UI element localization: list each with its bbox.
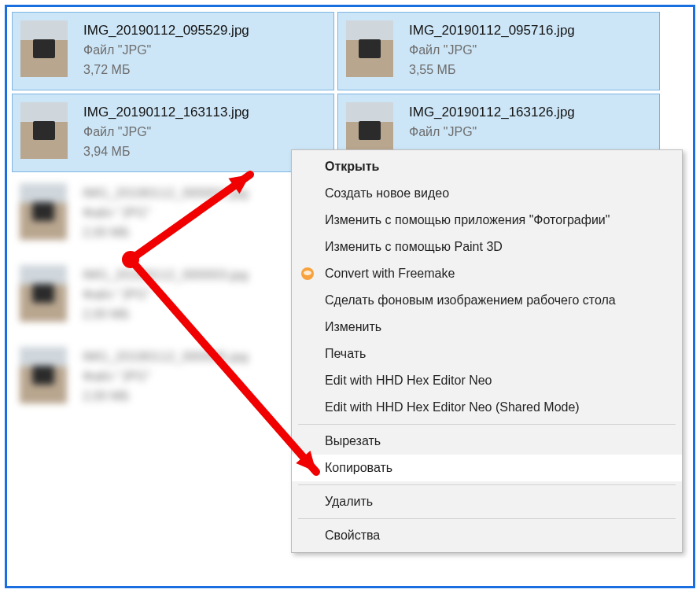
menu-item-label: Свойства: [325, 529, 380, 543]
menu-item[interactable]: Изменить с помощью приложения "Фотографи…: [292, 207, 682, 234]
context-menu: ОткрытьСоздать новое видеоИзменить с пом…: [291, 149, 683, 553]
menu-item-label: Изменить с помощью приложения "Фотографи…: [325, 213, 610, 227]
menu-item[interactable]: Свойства: [292, 522, 682, 549]
file-meta: IMG_20190112_163126.jpgФайл "JPG": [409, 102, 575, 142]
file-size: 2,00 МБ: [83, 305, 249, 325]
menu-item[interactable]: Edit with HHD Hex Editor Neo (Shared Mod…: [292, 394, 682, 421]
file-type: Файл "JPG": [83, 204, 249, 223]
file-type: Файл "JPG": [83, 367, 249, 387]
file-item[interactable]: IMG_20190112_000003.jpgФайл "JPG"2,00 МБ: [12, 257, 334, 336]
menu-item-label: Изменить: [325, 320, 381, 334]
file-meta: IMG_20190112_000003.jpgФайл "JPG"2,00 МБ: [83, 265, 249, 325]
menu-separator: [298, 518, 676, 519]
file-meta: IMG_20190112_095529.jpgФайл "JPG"3,72 МБ: [83, 20, 249, 80]
file-thumbnail: [20, 20, 68, 77]
file-name: IMG_20190112_095716.jpg: [409, 20, 575, 41]
file-name: IMG_20190112_000005.jpg: [83, 347, 249, 367]
file-thumbnail: [20, 183, 67, 240]
menu-separator: [298, 484, 676, 485]
menu-item[interactable]: Изменить: [292, 314, 682, 341]
menu-item[interactable]: Edit with HHD Hex Editor Neo: [292, 367, 682, 394]
file-size: 2,00 МБ: [83, 223, 249, 243]
file-size: 3,55 МБ: [409, 61, 575, 80]
menu-item-label: Сделать фоновым изображением рабочего ст…: [325, 293, 616, 308]
file-meta: IMG_20190112_000001.jpgФайл "JPG"2,00 МБ: [83, 183, 249, 243]
menu-item[interactable]: Вырезать: [292, 428, 682, 455]
file-type: Файл "JPG": [83, 285, 249, 305]
file-meta: IMG_20190112_163113.jpgФайл "JPG"3,94 МБ: [83, 102, 249, 162]
menu-item-label: Edit with HHD Hex Editor Neo (Shared Mod…: [325, 400, 580, 414]
menu-item-label: Удалить: [325, 495, 373, 509]
file-thumbnail: [346, 20, 393, 77]
file-thumbnail: [20, 102, 68, 159]
menu-item-label: Открыть: [325, 160, 379, 174]
file-item[interactable]: IMG_20190112_163113.jpgФайл "JPG"3,94 МБ: [12, 94, 334, 172]
menu-item-label: Изменить с помощью Paint 3D: [325, 240, 503, 254]
menu-item[interactable]: Создать новое видео: [292, 180, 682, 207]
menu-item[interactable]: Изменить с помощью Paint 3D: [292, 234, 682, 260]
file-item[interactable]: IMG_20190112_000005.jpgФайл "JPG"2,00 МБ: [12, 339, 334, 418]
file-type: Файл "JPG": [83, 123, 249, 142]
file-item[interactable]: IMG_20190112_095716.jpgФайл "JPG"3,55 МБ: [337, 12, 660, 90]
file-thumbnail: [20, 265, 67, 322]
file-size: 3,72 МБ: [83, 61, 249, 80]
file-meta: IMG_20190112_095716.jpgФайл "JPG"3,55 МБ: [409, 20, 575, 80]
file-size: 3,94 МБ: [83, 142, 249, 162]
file-size: 2,00 МБ: [83, 387, 249, 407]
file-name: IMG_20190112_000001.jpg: [83, 183, 249, 204]
menu-item[interactable]: Копировать: [292, 455, 682, 481]
file-name: IMG_20190112_095529.jpg: [83, 20, 249, 41]
file-meta: IMG_20190112_000005.jpgФайл "JPG"2,00 МБ: [83, 347, 249, 407]
menu-item-label: Печать: [325, 347, 366, 361]
menu-separator: [298, 424, 676, 425]
file-item[interactable]: IMG_20190112_000001.jpgФайл "JPG"2,00 МБ: [12, 175, 334, 254]
file-type: Файл "JPG": [409, 41, 575, 61]
file-name: IMG_20190112_000003.jpg: [83, 265, 249, 285]
menu-item-label: Копировать: [325, 461, 392, 475]
file-item[interactable]: IMG_20190112_095529.jpgФайл "JPG"3,72 МБ: [12, 12, 334, 90]
menu-item[interactable]: Сделать фоновым изображением рабочего ст…: [292, 287, 682, 314]
menu-item[interactable]: Удалить: [292, 488, 682, 515]
menu-item-label: Создать новое видео: [325, 186, 449, 201]
file-name: IMG_20190112_163113.jpg: [83, 102, 249, 123]
freemake-icon: [300, 266, 315, 282]
file-type: Файл "JPG": [83, 41, 249, 61]
file-type: Файл "JPG": [409, 123, 575, 142]
menu-item-label: Convert with Freemake: [325, 267, 455, 281]
menu-item[interactable]: Печать: [292, 341, 682, 367]
menu-item-label: Вырезать: [325, 434, 381, 448]
file-thumbnail: [20, 347, 67, 403]
menu-item[interactable]: Convert with Freemake: [292, 260, 682, 287]
svg-point-1: [304, 271, 311, 275]
menu-item[interactable]: Открыть: [292, 153, 682, 180]
menu-item-label: Edit with HHD Hex Editor Neo: [325, 374, 492, 388]
file-name: IMG_20190112_163126.jpg: [409, 102, 575, 123]
